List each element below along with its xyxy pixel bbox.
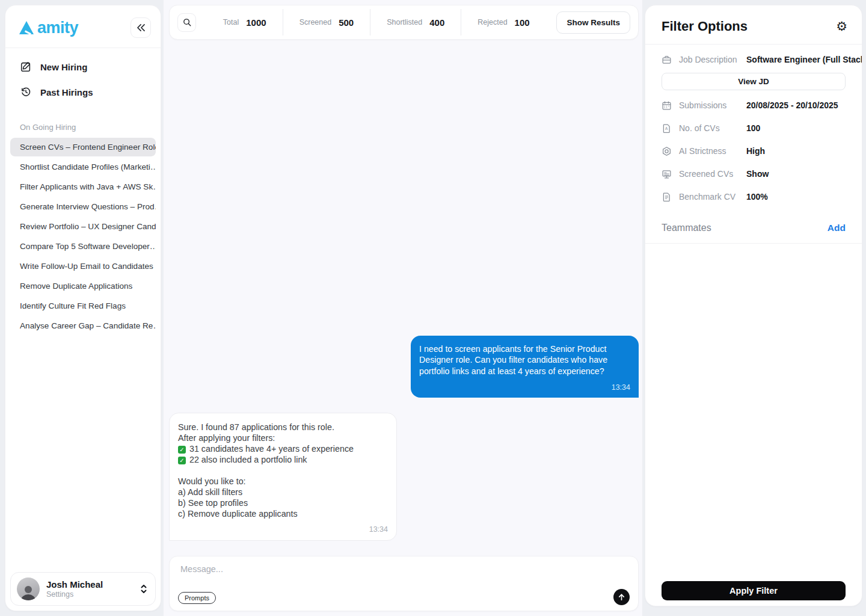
message-line: c) Remove duplicate applicants [178,508,388,519]
stat-label: Screened [299,18,332,26]
sidebar-item-ongoing[interactable]: Generate Interview Questions – Prod… [10,197,156,216]
monitor-icon [662,169,672,179]
search-button[interactable] [177,13,196,32]
filter-label: No. of CVs [679,123,746,133]
filter-row-submissions: Submissions 20/08/2025 - 20/10/2025 [645,94,862,117]
stat: Rejected 100 [461,9,545,35]
stat-label: Total [223,18,239,26]
prompts-button[interactable]: Prompts [178,592,216,604]
message-line: b) See top profiles [178,497,388,508]
message-line: Would you like to: [178,476,388,487]
sidebar-nav: New Hiring Past Hirings [5,48,161,105]
divider [645,243,862,244]
filter-value-no-of-cvs: 100 [746,123,760,133]
profile-card[interactable]: Josh Micheal Settings [10,572,156,606]
send-button[interactable] [613,589,630,605]
calendar-icon [662,100,672,111]
chat-column: Total 1000 Screened 500 Shortlisted 400 … [164,0,642,616]
message-line: ✓31 candidates have 4+ years of experien… [178,443,388,454]
profile-name: Josh Micheal [46,579,103,590]
filter-panel: Filter Options ⚙ Job Description Softwar… [645,5,862,606]
ongoing-section-label: On Going Hiring [20,123,146,132]
stats-bar: Total 1000 Screened 500 Shortlisted 400 … [169,5,639,40]
sidebar-item-past-hirings[interactable]: Past Hirings [5,79,161,105]
filter-label: Submissions [679,100,746,110]
message-input[interactable] [179,564,628,574]
search-icon [182,17,192,27]
sidebar-item-ongoing[interactable]: Compare Top 5 Software Developer… [10,237,156,256]
filter-row-ai-strictness: AI Strictness High [645,140,862,162]
sidebar: amity New Hiring [5,5,161,611]
apply-filter-button[interactable]: Apply Filter [662,581,846,600]
filter-value-submissions: 20/08/2025 - 20/10/2025 [746,100,838,110]
filter-value-ai-strictness: High [746,146,765,156]
teammates-label: Teammates [662,223,711,233]
settings-gear-icon[interactable]: ⚙ [836,20,847,33]
sidebar-item-ongoing[interactable]: Write Follow-Up Email to Candidates [10,257,156,276]
divider [645,44,862,45]
nav-label: New Hiring [40,62,87,72]
message-composer: Prompts [169,556,639,611]
profile-settings-label: Settings [46,590,103,599]
brand-triangle-icon [19,20,34,35]
stat-value: 500 [339,17,354,28]
stat-value: 1000 [246,17,266,28]
sidebar-item-ongoing[interactable]: Identify Culture Fit Red Flags [10,297,156,315]
brand-name: amity [37,19,78,37]
filter-row-no-of-cvs: A No. of CVs 100 [645,117,862,140]
filter-value-benchmark-cv: 100% [746,192,768,202]
stat-label: Rejected [478,18,507,26]
message-line: ✓22 also included a portfolio link [178,454,388,465]
history-icon [20,86,32,98]
file-a-icon: A [662,123,672,134]
filter-label: Screened CVs [679,169,746,179]
chevrons-left-icon [136,23,146,32]
nut-icon [662,146,672,156]
sidebar-item-ongoing[interactable]: Filter Applicants with Java + AWS Sk… [10,177,156,196]
check-icon: ✓ [178,446,186,454]
filter-panel-title: Filter Options [662,19,748,34]
stat: Screened 500 [283,9,370,35]
stat: Total 1000 [207,9,283,35]
filter-label: Benchmark CV [679,192,746,202]
sidebar-item-ongoing[interactable]: Screen CVs – Frontend Engineer Role [10,138,156,156]
stat-value: 100 [515,17,530,28]
filter-value-screened-cvs: Show [746,169,769,179]
assistant-message-bubble: Sure. I found 87 applications for this r… [169,413,397,541]
filter-rows: Job Description Software Engineer (Full … [645,48,862,208]
user-message-bubble: I need to screen applicants for the Seni… [411,336,639,398]
view-jd-button[interactable]: View JD [662,73,846,90]
assistant-message-text: Sure. I found 87 applications for this r… [178,422,388,519]
filter-label: Job Description [679,55,746,64]
nav-label: Past Hirings [40,87,93,97]
message-line: After applying your filters: [178,433,388,443]
message-line: a) Add skill filters [178,487,388,497]
unfold-icon [140,584,148,594]
sidebar-item-ongoing[interactable]: Remove Duplicate Applications [10,277,156,295]
sidebar-item-ongoing[interactable]: Shortlist Candidate Profiles (Marketi… [10,158,156,176]
stat-value: 400 [429,17,444,28]
sidebar-item-ongoing[interactable]: Analyse Career Gap – Candidate Re… [10,316,156,335]
sidebar-collapse-button[interactable] [131,17,151,38]
sidebar-item-ongoing[interactable]: Review Portfolio – UX Designer Cand… [10,217,156,236]
briefcase-icon [662,55,672,65]
teammates-row: Teammates Add [645,208,862,243]
message-time: 13:34 [369,525,388,534]
user-message-text: I need to screen applicants for the Seni… [419,343,630,377]
teammates-add-link[interactable]: Add [828,223,846,233]
ongoing-hiring-list: Screen CVs – Frontend Engineer RoleShort… [5,138,161,335]
app-root: amity New Hiring [0,0,866,616]
filter-value-job-description: Software Engineer (Full Stack) [746,55,862,64]
filter-row-benchmark-cv: Benchmark CV 100% [645,185,862,208]
stat: Shortlisted 400 [370,9,461,35]
show-results-button[interactable]: Show Results [556,11,630,34]
stat-label: Shortlisted [387,18,422,26]
brand-logo: amity [19,19,78,37]
sidebar-item-new-hiring[interactable]: New Hiring [5,54,161,79]
file-cv-icon [662,192,672,202]
filter-row-screened-cvs: Screened CVs Show [645,162,862,185]
filter-panel-header: Filter Options ⚙ [645,5,862,44]
svg-text:A: A [665,126,668,131]
check-icon: ✓ [178,457,186,464]
sidebar-header: amity [5,5,161,48]
